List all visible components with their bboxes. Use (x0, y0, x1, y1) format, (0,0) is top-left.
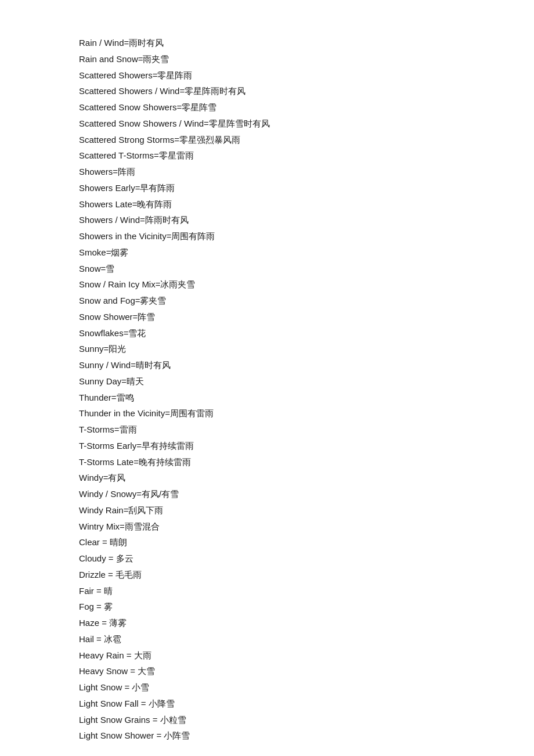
list-item: Hail = 冰雹 (79, 631, 534, 647)
list-item: Cloudy = 多云 (79, 550, 534, 567)
list-item: T-Storms=雷雨 (79, 422, 534, 438)
list-item: Fair = 晴 (79, 583, 534, 599)
list-item: Haze = 薄雾 (79, 615, 534, 631)
list-item: Snow=雪 (79, 261, 534, 277)
list-item: Windy Rain=刮风下雨 (79, 502, 534, 519)
list-item: Light Snow Shower = 小阵雪 (79, 728, 534, 744)
list-item: Showers Early=早有阵雨 (79, 180, 534, 196)
list-item: Scattered Strong Storms=零星强烈暴风雨 (79, 132, 534, 148)
list-item: Showers in the Vicinity=周围有阵雨 (79, 228, 534, 244)
list-item: T-Storms Early=早有持续雷雨 (79, 438, 534, 454)
list-item: Thunder in the Vicinity=周围有雷雨 (79, 405, 534, 422)
list-item: Light Snow = 小雪 (79, 679, 534, 696)
list-item: Scattered Showers / Wind=零星阵雨时有风 (79, 83, 534, 99)
list-item: Showers Late=晚有阵雨 (79, 196, 534, 213)
weather-translation-list: Rain / Wind=雨时有风Rain and Snow=雨夹雪Scatter… (79, 35, 534, 744)
list-item: Showers / Wind=阵雨时有风 (79, 212, 534, 228)
list-item: Snow and Fog=雾夹雪 (79, 293, 534, 309)
list-item: Smoke=烟雾 (79, 244, 534, 261)
list-item: Scattered Snow Showers=零星阵雪 (79, 99, 534, 116)
list-item: Light Snow Fall = 小降雪 (79, 696, 534, 712)
list-item: Drizzle = 毛毛雨 (79, 567, 534, 583)
list-item: Sunny=阳光 (79, 341, 534, 357)
list-item: Windy=有风 (79, 470, 534, 486)
list-item: Scattered Showers=零星阵雨 (79, 67, 534, 84)
list-item: Snowflakes=雪花 (79, 325, 534, 341)
list-item: Snow / Rain Icy Mix=冰雨夹雪 (79, 276, 534, 293)
list-item: Thunder=雷鸣 (79, 390, 534, 406)
list-item: Light Snow Grains = 小粒雪 (79, 712, 534, 728)
list-item: Sunny / Wind=晴时有风 (79, 357, 534, 373)
list-item: Clear = 晴朗 (79, 534, 534, 550)
list-item: Sunny Day=晴天 (79, 373, 534, 390)
list-item: Scattered T-Storms=零星雷雨 (79, 147, 534, 164)
list-item: Rain / Wind=雨时有风 (79, 35, 534, 51)
list-item: Wintry Mix=雨雪混合 (79, 519, 534, 535)
list-item: Windy / Snowy=有风/有雪 (79, 486, 534, 502)
list-item: Heavy Rain = 大雨 (79, 647, 534, 664)
list-item: Scattered Snow Showers / Wind=零星阵雪时有风 (79, 116, 534, 132)
list-item: Snow Shower=阵雪 (79, 309, 534, 325)
list-item: Fog = 雾 (79, 599, 534, 615)
list-item: Showers=阵雨 (79, 164, 534, 180)
list-item: Rain and Snow=雨夹雪 (79, 51, 534, 67)
list-item: T-Storms Late=晚有持续雷雨 (79, 454, 534, 470)
list-item: Heavy Snow = 大雪 (79, 663, 534, 679)
